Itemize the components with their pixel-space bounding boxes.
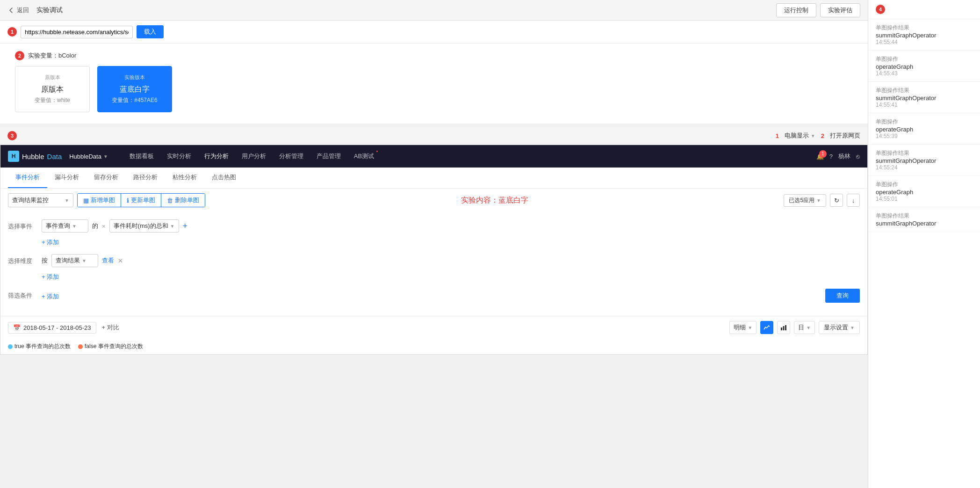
- refresh-button[interactable]: ↻: [830, 194, 843, 207]
- update-chart-button[interactable]: ℹ 更新单图: [121, 194, 161, 207]
- add-chart-button[interactable]: ▦ 新增单图: [78, 194, 121, 207]
- sub-tab-粘性分析[interactable]: 粘性分析: [165, 168, 204, 188]
- section-header: 3 1 电脑显示 ▼ 2 打开原网页: [0, 127, 868, 145]
- line-chart-button[interactable]: [760, 321, 773, 334]
- panel-item-type: 单图操作: [876, 181, 973, 189]
- query-type-select[interactable]: 查询结果监控 ▼: [8, 193, 73, 207]
- content-toolbar: 查询结果监控 ▼ ▦ 新增单图 ℹ 更新单图 🗑 删除单图: [0, 189, 867, 212]
- toolbar-right: 已选5应用 ▼ ↻ ↓: [784, 194, 860, 207]
- user-name: 杨林: [838, 152, 850, 160]
- panel-item-type: 单图操作结果: [876, 87, 973, 95]
- sub-tab-漏斗分析[interactable]: 漏斗分析: [47, 168, 86, 188]
- step4-circle: 4: [876, 5, 885, 14]
- add-event-link[interactable]: + 添加: [42, 238, 860, 247]
- right-panel-item: 单图操作结果 summitGraphOperator 14:55:24: [868, 145, 980, 176]
- metric-select[interactable]: 事件耗时(ms)的总和 ▼: [109, 219, 179, 233]
- sub-tab-路径分析[interactable]: 路径分析: [126, 168, 165, 188]
- panel-item-time: 14:55:24: [876, 164, 973, 171]
- open-page-button[interactable]: 打开原网页: [830, 131, 860, 140]
- sub-tab-事件分析[interactable]: 事件分析: [8, 168, 47, 188]
- settings-chevron-icon: ▼: [850, 325, 855, 330]
- original-variant-label: 原版本: [45, 74, 60, 81]
- load-button[interactable]: 载入: [137, 25, 164, 38]
- event-row: 选择事件 事件查询 ▼ 的 × 事件耗时(ms)的总和 ▼ +: [8, 219, 860, 233]
- back-label: 返回: [17, 6, 29, 15]
- selected-apps-selector[interactable]: 已选5应用 ▼: [784, 194, 826, 207]
- compare-button[interactable]: + 对比: [102, 323, 119, 332]
- sub-tab-留存分析[interactable]: 留存分析: [86, 168, 126, 188]
- query-button[interactable]: 查询: [825, 289, 860, 303]
- event-select[interactable]: 事件查询 ▼: [42, 219, 88, 233]
- hubble-nav-items: 数据看板实时分析行为分析用户分析分析管理产品管理AB测试: [123, 145, 381, 168]
- notification-badge: 1: [819, 150, 827, 158]
- url-input[interactable]: [21, 26, 133, 38]
- event-close-icon[interactable]: ×: [102, 223, 106, 230]
- display-settings-button[interactable]: 显示设置 ▼: [819, 321, 860, 334]
- logout-icon[interactable]: ⎋: [856, 153, 860, 160]
- granularity-chevron-icon: ▼: [748, 325, 752, 330]
- exp-content-label: 实验内容：蓝底白字: [209, 196, 780, 205]
- date-bar-right: 明细 ▼: [729, 321, 860, 334]
- run-control-button[interactable]: 运行控制: [776, 3, 816, 17]
- bar-chart-icon: [780, 324, 787, 331]
- svg-rect-1: [783, 326, 785, 330]
- download-button[interactable]: ↓: [847, 194, 860, 207]
- hubble-nav-item-行为分析[interactable]: 行为分析: [198, 145, 235, 168]
- panel-item-time: 14:55:41: [876, 102, 973, 108]
- filter-label: 筛选条件: [8, 291, 36, 300]
- top-bar: 返回 实验调试 运行控制 实验评估: [0, 0, 868, 21]
- hubble-nav-item-分析管理[interactable]: 分析管理: [273, 145, 310, 168]
- granularity-select[interactable]: 明细 ▼: [729, 321, 757, 334]
- hubble-nav-item-用户分析[interactable]: 用户分析: [235, 145, 273, 168]
- date-range-picker[interactable]: 📅 2018-05-17 - 2018-05-23: [8, 322, 96, 334]
- panel-item-time: 14:55:43: [876, 70, 973, 77]
- panel-item-name: summitGraphOperator: [876, 32, 973, 39]
- section-header-left: 3: [7, 131, 17, 140]
- chart-legend: true 事件查询的总次数 false 事件查询的总次数: [0, 339, 867, 354]
- hubble-nav-item-实时分析[interactable]: 实时分析: [160, 145, 198, 168]
- of-text: 的: [92, 222, 98, 230]
- test-variant-value: 变量值：#457AE6: [112, 96, 157, 104]
- hubble-workspace[interactable]: HubbleData ▼: [65, 151, 112, 162]
- hubble-nav-item-AB测试[interactable]: AB测试: [347, 145, 381, 168]
- evaluate-button[interactable]: 实验评估: [820, 3, 860, 17]
- hubble-nav-item-数据看板[interactable]: 数据看板: [123, 145, 160, 168]
- panel-item-name: summitGraphOperator: [876, 157, 973, 164]
- variant-cards: 原版本 原版本 变量值：white 实验版本 蓝底白字 变量值：#457AE6: [15, 66, 853, 112]
- delete-chart-icon: 🗑: [167, 197, 173, 204]
- hubble-logo-icon: H: [8, 151, 19, 162]
- original-variant-card[interactable]: 原版本 原版本 变量值：white: [15, 66, 90, 112]
- panel-item-name: operateGraph: [876, 189, 973, 196]
- add-metric-button[interactable]: +: [183, 221, 188, 231]
- open-num: 2: [821, 132, 824, 139]
- display-selector[interactable]: 电脑显示 ▼: [785, 131, 815, 140]
- add-dimension-link[interactable]: + 添加: [42, 273, 860, 281]
- step2-circle: 2: [15, 51, 24, 60]
- view-label: 查看: [102, 256, 114, 265]
- help-icon[interactable]: ?: [829, 153, 833, 160]
- panel-item-type: 单图操作: [876, 55, 973, 63]
- section3: 3 1 电脑显示 ▼ 2 打开原网页 H HubbleData: [0, 127, 868, 355]
- top-bar-left: 返回 实验调试: [7, 6, 63, 15]
- dimension-close-icon[interactable]: ✕: [118, 257, 123, 264]
- bar-chart-button[interactable]: [777, 321, 790, 334]
- page-title: 实验调试: [36, 6, 63, 15]
- add-filter-link[interactable]: + 添加: [42, 292, 59, 301]
- legend-true: true 事件查询的总次数: [8, 342, 71, 350]
- sub-tabs: 事件分析漏斗分析留存分析路径分析粘性分析点击热图: [0, 168, 867, 189]
- panel-item-name: operateGraph: [876, 126, 973, 133]
- hubble-nav-item-产品管理[interactable]: 产品管理: [310, 145, 347, 168]
- back-button[interactable]: 返回: [7, 6, 29, 15]
- sub-tab-点击热图[interactable]: 点击热图: [204, 168, 244, 188]
- dimension-select[interactable]: 查询结果 ▼: [51, 254, 98, 267]
- test-variant-label: 实验版本: [124, 74, 145, 81]
- test-variant-card[interactable]: 实验版本 蓝底白字 变量值：#457AE6: [97, 66, 172, 112]
- experiment-section: 2 实验变量：bColor 原版本 原版本 变量值：white 实验版本 蓝底白…: [0, 44, 868, 127]
- update-chart-icon: ℹ: [127, 197, 129, 204]
- right-panel: 4 单图操作结果 summitGraphOperator 14:55:44 单图…: [868, 0, 980, 355]
- section-header-right: 1 电脑显示 ▼ 2 打开原网页: [776, 131, 860, 140]
- legend-true-dot: [8, 344, 13, 349]
- day-select[interactable]: 日 ▼: [794, 321, 815, 334]
- notification-button[interactable]: 🔔 1: [816, 153, 824, 160]
- delete-chart-button[interactable]: 🗑 删除单图: [161, 194, 205, 207]
